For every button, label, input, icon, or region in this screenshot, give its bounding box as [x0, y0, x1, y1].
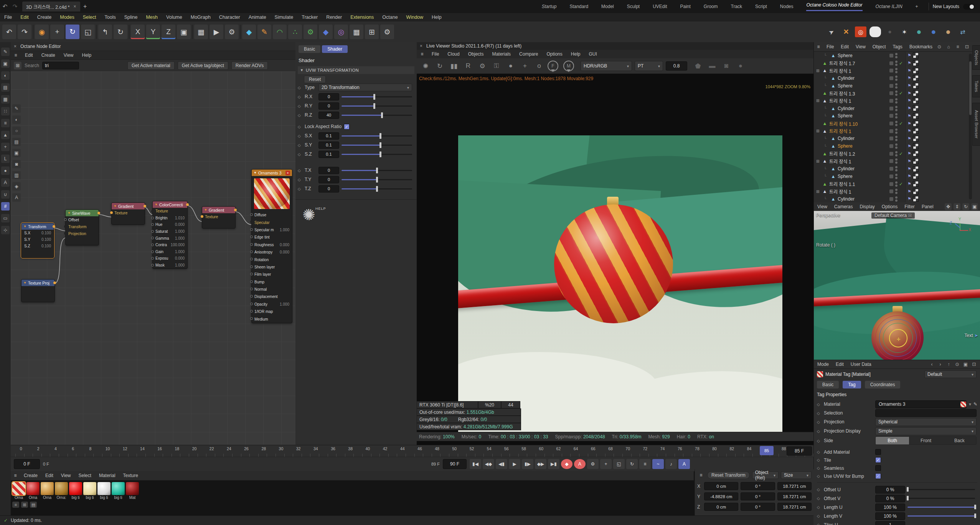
- viewport-menu[interactable]: View: [814, 204, 831, 209]
- object-manager-menu[interactable]: View: [852, 44, 869, 49]
- transport-button[interactable]: ♪: [665, 459, 677, 469]
- menu-item[interactable]: Spline: [120, 15, 142, 20]
- object-tree-row[interactable]: └ ▲ Sphere ⚑: [814, 52, 980, 59]
- viewport-menu[interactable]: Options: [878, 204, 901, 209]
- editor-dot[interactable]: [889, 99, 893, 103]
- rail-icon[interactable]: ✎: [1, 48, 10, 56]
- close-panel-icon[interactable]: ×: [14, 44, 16, 49]
- size-field[interactable]: 18.7271 cm: [777, 492, 812, 500]
- editor-dot[interactable]: [889, 174, 893, 178]
- texture-tag-icon[interactable]: [913, 53, 919, 58]
- object-tree-row[interactable]: └ ▲ Cylinder ⚑: [814, 135, 980, 143]
- toolbar-icon[interactable]: ▦: [194, 25, 208, 39]
- editor-dot[interactable]: [889, 114, 893, 118]
- menu-item[interactable]: Window: [402, 15, 427, 20]
- node-editor-menu[interactable]: Help: [78, 53, 96, 58]
- toolbar-icon[interactable]: ◱: [81, 25, 95, 39]
- slider[interactable]: [342, 105, 412, 107]
- transport-button[interactable]: ◆▶: [535, 459, 546, 469]
- layout-tab[interactable]: Script: [749, 0, 774, 13]
- transport-button[interactable]: ↻: [626, 459, 638, 469]
- texture-tag-icon[interactable]: [913, 166, 919, 172]
- octane-toolbar-icon[interactable]: ●: [884, 26, 896, 37]
- menu-item[interactable]: Octane: [378, 15, 402, 20]
- live-viewer-tool-icon[interactable]: +: [519, 60, 531, 72]
- octane-help-logo[interactable]: ✺ HELP: [295, 206, 417, 224]
- toolbar-icon[interactable]: [192, 25, 193, 39]
- rotation-field[interactable]: 0 °: [741, 503, 775, 511]
- live-viewer-tool-icon[interactable]: ●: [505, 60, 516, 72]
- viewport-menu[interactable]: Cameras: [831, 204, 856, 209]
- live-viewer-extra-icon[interactable]: ⬟: [692, 60, 704, 72]
- live-viewer-tool-icon[interactable]: ✺: [420, 60, 431, 72]
- texture-tag-icon[interactable]: [913, 60, 919, 66]
- reset-button[interactable]: Reset: [304, 76, 326, 83]
- menu-item[interactable]: Create: [33, 15, 56, 20]
- material-item[interactable]: big ti: [83, 482, 96, 500]
- layout-tab[interactable]: Startup: [535, 0, 563, 13]
- attribute-manager-icon[interactable]: ⊡: [971, 361, 977, 368]
- value-field[interactable]: 0 %: [875, 486, 905, 494]
- material-item[interactable]: big ti: [112, 482, 125, 500]
- menu-item[interactable]: Tracker: [297, 15, 322, 20]
- node-gradient-2[interactable]: ▼Gradient Texture: [202, 206, 236, 229]
- texture-tag-icon[interactable]: [913, 158, 919, 164]
- document-tab[interactable]: 3D 크리스마... 2.c4d * ×: [22, 2, 80, 12]
- object-manager-menu[interactable]: Edit: [837, 44, 852, 49]
- object-manager-menu[interactable]: File: [823, 44, 837, 49]
- live-viewer-menu[interactable]: GUI: [584, 51, 601, 57]
- toolbar-icon[interactable]: [96, 25, 97, 39]
- attribute-manager-icon[interactable]: ↑: [945, 361, 952, 368]
- node-texture-projection[interactable]: ▼Texture Proj: [21, 279, 55, 302]
- attribute-tab[interactable]: Coordinates: [865, 381, 901, 388]
- rail-icon[interactable]: +: [1, 143, 10, 151]
- live-viewer-tool-icon[interactable]: o: [533, 60, 545, 72]
- texture-tag-icon[interactable]: [913, 181, 919, 187]
- object-tree-row[interactable]: └ ▲ 트리 장식 1.3 ⚑: [814, 89, 980, 97]
- value-field[interactable]: 0.1: [318, 151, 339, 158]
- attribute-manager-menu[interactable]: User Data: [847, 362, 875, 367]
- layout-tab[interactable]: Octane Coloso Node Editor: [800, 0, 869, 13]
- toolbar-icon[interactable]: ⚙: [225, 25, 239, 39]
- tiles-u-field[interactable]: 1: [875, 521, 905, 525]
- add-tab-icon[interactable]: +: [80, 3, 90, 10]
- size-field[interactable]: 18.7271 cm: [777, 503, 812, 511]
- object-tree-scrollbar[interactable]: [969, 54, 972, 199]
- menu-item[interactable]: Render: [322, 15, 346, 20]
- value-field[interactable]: 0: [318, 176, 339, 183]
- rail-icon[interactable]: #: [1, 202, 10, 211]
- editor-dot[interactable]: [889, 69, 893, 72]
- checkbox[interactable]: [875, 473, 881, 479]
- rail-icon[interactable]: ◐: [1, 71, 10, 80]
- node-editor-menu[interactable]: View: [59, 53, 78, 58]
- attribute-tab[interactable]: Tag: [843, 381, 861, 388]
- slider[interactable]: [342, 188, 412, 189]
- rail-icon[interactable]: ∷: [1, 107, 10, 115]
- toolbar-icon[interactable]: ↻: [114, 25, 127, 39]
- menu-item[interactable]: MoGraph: [186, 15, 215, 20]
- lock-aspect-checkbox[interactable]: ✓: [344, 124, 350, 130]
- value-field[interactable]: 0.1: [318, 142, 339, 149]
- material-link-field[interactable]: Ornaments 3: [875, 400, 967, 408]
- object-tree-row[interactable]: └ ▲ Cylinder ⚑: [814, 74, 980, 82]
- attribute-tab[interactable]: Basic: [817, 381, 839, 388]
- object-tree-row[interactable]: └ ▲ Sphere ⚑: [814, 173, 980, 180]
- toolbar-icon[interactable]: [240, 25, 241, 39]
- toolbar-icon[interactable]: Z: [162, 25, 175, 39]
- toolbar-icon[interactable]: ✎: [257, 25, 271, 39]
- toolbar-icon[interactable]: ⚙: [304, 25, 317, 39]
- object-manager-menu[interactable]: Bookmarks: [906, 44, 936, 49]
- hamburger-icon[interactable]: ≡: [11, 53, 21, 58]
- size-field[interactable]: 18.7271 cm: [777, 482, 812, 490]
- timeline-ruler[interactable]: 0246810121416182022242628303234363840424…: [11, 445, 813, 457]
- eyedropper-icon[interactable]: ✎: [973, 402, 980, 407]
- rail-icon[interactable]: ▭: [1, 214, 10, 222]
- material-menu[interactable]: View: [57, 473, 75, 478]
- rail-icon[interactable]: ∪: [1, 190, 10, 199]
- node-grid-icon[interactable]: ⊞: [14, 62, 21, 69]
- node-graph-canvas[interactable]: ✎◐○▤▣◙▥◈A ▼Transform S.X0.100S.Y0.100S.Z…: [11, 71, 295, 445]
- live-viewer-menu[interactable]: Compare: [515, 51, 542, 57]
- viewport-menu[interactable]: Filter: [901, 204, 918, 209]
- live-viewer-extra-icon[interactable]: ▬: [706, 60, 718, 72]
- object-tree-row[interactable]: └ ▲ Cylinder ⚑: [814, 195, 980, 203]
